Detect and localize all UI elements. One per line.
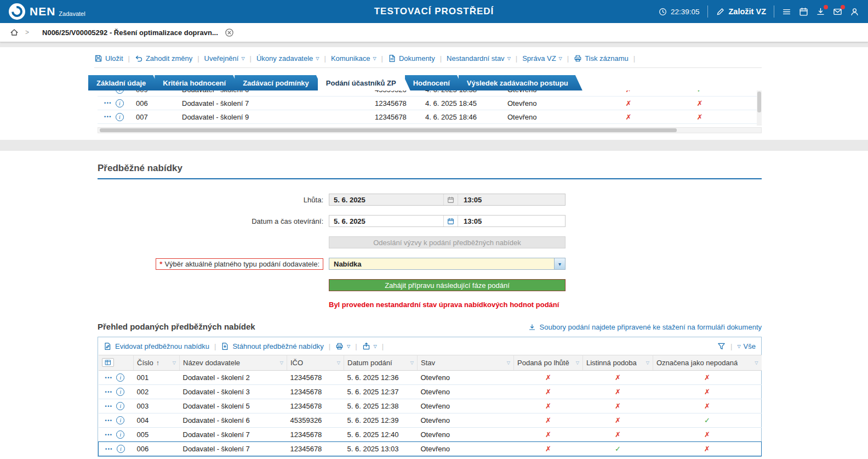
tab-zadávací-podmínky[interactable]: Zadávací podmínky [235, 75, 323, 90]
filter-chevron-icon[interactable]: ▽ [576, 360, 579, 365]
submission-row[interactable]: •••i001Dodavatel - školení 2123456785. 6… [99, 371, 762, 385]
row-actions-icon[interactable]: ••• [105, 446, 113, 452]
toolbar-item-nestandardní-stav[interactable]: Nestandardní stav▽ [447, 54, 511, 63]
toolbar-item-úkony-zadavatele[interactable]: Úkony zadavatele▽ [256, 54, 319, 63]
info-icon[interactable]: i [116, 99, 124, 107]
calendar-button[interactable] [443, 216, 458, 226]
column-header-ičo[interactable]: IČO▽ [287, 355, 344, 371]
submission-row[interactable]: •••i004Dodavatel - školení 6453593265. 6… [99, 413, 762, 428]
table-action-share[interactable]: ▽ [362, 342, 377, 350]
scrollbar-thumb[interactable] [757, 92, 761, 112]
cell-number: 007 [133, 113, 179, 121]
info-icon[interactable]: i [117, 445, 125, 453]
menu-button[interactable] [782, 7, 791, 16]
column-header-stav[interactable]: Stav▽ [418, 355, 514, 371]
participant-row[interactable]: •••i006Dodavatel - školení 7123456784. 6… [98, 97, 762, 110]
info-icon[interactable]: i [116, 416, 124, 424]
filter-chevron-icon[interactable]: ▽ [755, 360, 758, 365]
row-actions-icon[interactable]: ••• [105, 418, 113, 423]
cell-late: ✗ [514, 442, 583, 456]
filter-chevron-icon[interactable]: ▽ [410, 360, 414, 365]
submission-row[interactable]: •••i006Dodavatel - školení 7123456785. 6… [99, 442, 762, 456]
column-header-podaná-po-lhůtě[interactable]: Podaná po lhůtě▽ [514, 355, 583, 371]
info-icon[interactable]: i [116, 373, 124, 382]
breadcrumb-item[interactable]: N006/25/V00005292 - Řešení optimalizace … [42, 29, 218, 37]
table-action-evidovat-předběžnou-nabídku[interactable]: Evidovat předběžnou nabídku [104, 342, 209, 350]
scrollbar-thumb[interactable] [100, 128, 677, 132]
downloads-button[interactable] [816, 7, 825, 16]
filter-chevron-icon[interactable]: ▽ [507, 360, 510, 365]
toolbar-item-tisk-záznamu[interactable]: Tisk záznamu [574, 54, 629, 63]
tab-hodnocení[interactable]: Hodnocení [405, 75, 464, 90]
column-settings-button[interactable] [102, 358, 114, 367]
info-icon[interactable]: i [116, 430, 124, 439]
row-actions-icon[interactable]: ••• [105, 389, 113, 395]
submission-type-select[interactable]: Nabídka ▾ [329, 258, 566, 270]
column-header-označena-jako-nepodaná[interactable]: Označena jako nepodaná▽ [653, 355, 762, 371]
horizontal-scrollbar[interactable] [98, 127, 762, 133]
column-header-datum-podání[interactable]: Datum podání▽ [344, 355, 418, 371]
column-header-číslo[interactable]: Číslo↑▽ [134, 355, 180, 371]
row-actions-icon[interactable]: ••• [105, 404, 113, 409]
home-button[interactable] [10, 28, 19, 37]
tab-podání-účastníků-zp[interactable]: Podání účastníků ZP [318, 75, 410, 90]
toolbar-separator: | [214, 342, 216, 350]
toolbar-item-správa-vz[interactable]: Správa VZ▽ [522, 54, 562, 63]
cell-date: 5. 6. 2025 12:38 [344, 399, 418, 413]
close-record-icon[interactable] [225, 28, 234, 37]
filter-chevron-icon[interactable]: ▽ [337, 360, 340, 365]
chevron-down-icon: ▽ [241, 56, 244, 61]
filter-chevron-icon[interactable]: ▽ [280, 360, 283, 365]
tab-kritéria-hodnocení[interactable]: Kritéria hodnocení [155, 75, 240, 90]
row-actions-icon[interactable]: ••• [104, 100, 112, 106]
files-download-link[interactable]: Soubory podání najdete připravené ke sta… [528, 323, 762, 331]
toolbar-item-uložit[interactable]: Uložit [94, 54, 123, 63]
tab-výsledek-zadávacího-postupu[interactable]: Výsledek zadávacího postupu [459, 75, 583, 90]
sort-ascending-icon[interactable]: ↑ [156, 359, 159, 367]
start-next-phase-button[interactable]: Zahájit přípravu následující fáze podání [329, 279, 566, 291]
calendar-button[interactable] [799, 7, 808, 16]
cell-ico: 12345678 [287, 385, 344, 399]
participant-row[interactable]: •••i009Dodavatel - školení 6453593264. 6… [98, 90, 762, 97]
pencil-icon [716, 7, 725, 16]
column-header-listinná-podoba[interactable]: Listinná podoba▽ [583, 355, 653, 371]
submission-row[interactable]: •••i003Dodavatel - školení 5123456785. 6… [99, 399, 762, 413]
row-actions-icon[interactable]: ••• [104, 114, 112, 120]
info-icon[interactable]: i [116, 90, 124, 94]
toolbar-item-zahodit-změny[interactable]: Zahodit změny [135, 54, 192, 63]
tab-základní-údaje[interactable]: Základní údaje [88, 75, 160, 90]
filter-button[interactable] [717, 342, 726, 350]
messages-button[interactable] [833, 7, 842, 16]
toolbar-separator: | [440, 54, 442, 63]
row-actions-icon[interactable]: ••• [105, 375, 113, 381]
toolbar-item-komunikace[interactable]: Komunikace▽ [331, 54, 376, 63]
column-header-název-dodavatele[interactable]: Název dodavatele▽ [180, 355, 287, 371]
create-vz-button[interactable]: Založit VZ [716, 7, 766, 16]
submission-row[interactable]: •••i002Dodavatel - školení 3123456785. 6… [99, 385, 762, 399]
select-arrow-icon[interactable]: ▾ [554, 258, 565, 269]
participant-row[interactable]: •••i007Dodavatel - školení 9123456784. 6… [98, 110, 762, 124]
toolbar-item-label: Zahodit změny [146, 54, 192, 63]
info-icon[interactable]: i [116, 402, 124, 410]
opening-field[interactable]: 5. 6. 2025 13:05 [329, 215, 566, 227]
table-action-stáhnout-předběžné-nabídky[interactable]: Stáhnout předběžné nabídky [221, 342, 323, 350]
opening-date-input[interactable]: 5. 6. 2025 [329, 217, 443, 225]
row-actions-icon[interactable]: ••• [105, 432, 113, 438]
submission-row[interactable]: •••i005Dodavatel - školení 7123456785. 6… [99, 428, 762, 442]
calendar-button [443, 194, 458, 205]
info-icon[interactable]: i [116, 113, 124, 121]
filter-chevron-icon[interactable]: ▽ [646, 360, 649, 365]
profile-button[interactable] [850, 7, 859, 16]
row-actions-icon[interactable]: ••• [104, 90, 112, 92]
toolbar-item-uveřejnění[interactable]: Uveřejnění▽ [204, 54, 245, 63]
view-all-dropdown[interactable]: ▽ Vše [737, 342, 756, 350]
nen-logo[interactable]: NEN Zadavatel [9, 3, 85, 20]
x-mark: ✗ [545, 373, 551, 382]
table-action-print[interactable]: ▽ [335, 342, 350, 350]
chevron-down-icon: ▽ [374, 344, 377, 349]
info-icon[interactable]: i [116, 388, 124, 396]
opening-time-input[interactable]: 13:05 [458, 216, 565, 226]
filter-chevron-icon[interactable]: ▽ [173, 360, 176, 365]
vertical-scrollbar[interactable] [757, 90, 762, 126]
toolbar-item-dokumenty[interactable]: Dokumenty [388, 54, 435, 63]
